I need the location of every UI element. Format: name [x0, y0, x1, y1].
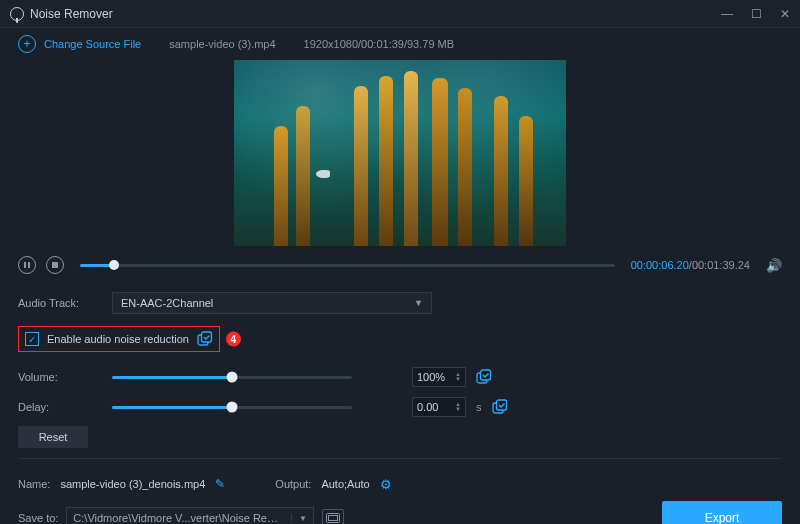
timecode: 00:00:06.20/00:01:39.24: [631, 259, 750, 271]
output-settings-button[interactable]: ⚙: [380, 477, 392, 492]
source-toolbar: + Change Source File sample-video (3).mp…: [0, 28, 800, 60]
app-logo-icon: [10, 7, 24, 21]
svg-rect-3: [481, 370, 491, 380]
svg-rect-7: [329, 516, 338, 521]
volume-slider[interactable]: [112, 376, 352, 379]
pause-button[interactable]: [18, 256, 36, 274]
video-preview[interactable]: [234, 60, 566, 246]
save-path-dropdown[interactable]: ▼: [291, 514, 313, 523]
delay-apply-all-button[interactable]: [492, 399, 508, 415]
apply-all-icon: [492, 399, 508, 415]
noise-reduction-highlight: ✓ Enable audio noise reduction 4: [18, 326, 220, 352]
apply-all-icon: [197, 331, 213, 347]
volume-down[interactable]: ▼: [455, 377, 461, 382]
volume-apply-all-button[interactable]: [476, 369, 492, 385]
apply-all-button[interactable]: [197, 331, 213, 347]
svg-rect-1: [201, 332, 211, 342]
save-to-label: Save to:: [18, 512, 58, 524]
delay-input[interactable]: 0.00 ▲▼: [412, 397, 466, 417]
name-label: Name:: [18, 478, 50, 490]
export-button[interactable]: Export: [662, 501, 782, 524]
delay-slider[interactable]: [112, 406, 352, 409]
volume-input[interactable]: 100% ▲▼: [412, 367, 466, 387]
current-time: 00:00:06.20: [631, 259, 689, 271]
apply-all-icon: [476, 369, 492, 385]
audio-track-value: EN-AAC-2Channel: [121, 297, 213, 309]
volume-value: 100%: [417, 371, 445, 383]
name-value: sample-video (3)_denois.mp4: [60, 478, 205, 490]
delay-down[interactable]: ▼: [455, 407, 461, 412]
transport-bar: 00:00:06.20/00:01:39.24 🔊: [0, 252, 800, 284]
delay-value: 0.00: [417, 401, 438, 413]
output-label: Output:: [275, 478, 311, 490]
save-path-value: C:\Vidmore\Vidmore V...verter\Noise Remo…: [67, 512, 291, 524]
titlebar: Noise Remover — ☐ ✕: [0, 0, 800, 28]
volume-icon[interactable]: 🔊: [766, 258, 782, 273]
audio-track-row: Audio Track: EN-AAC-2Channel ▼: [18, 288, 782, 318]
change-source-label: Change Source File: [44, 38, 141, 50]
source-filename: sample-video (3).mp4: [169, 38, 275, 50]
folder-icon: [326, 513, 340, 523]
stop-button[interactable]: [46, 256, 64, 274]
edit-name-button[interactable]: ✎: [215, 477, 225, 491]
timeline-slider[interactable]: [80, 264, 615, 267]
close-button[interactable]: ✕: [780, 7, 790, 21]
save-path-select[interactable]: C:\Vidmore\Vidmore V...verter\Noise Remo…: [66, 507, 314, 524]
source-meta: 1920x1080/00:01:39/93.79 MB: [304, 38, 454, 50]
output-value: Auto;Auto: [321, 478, 369, 490]
volume-label: Volume:: [18, 371, 102, 383]
maximize-button[interactable]: ☐: [751, 7, 762, 21]
delay-unit: s: [476, 401, 482, 413]
total-time: 00:01:39.24: [692, 259, 750, 271]
plus-icon: +: [18, 35, 36, 53]
delay-label: Delay:: [18, 401, 102, 413]
noise-reduction-label: Enable audio noise reduction: [47, 333, 189, 345]
audio-track-select[interactable]: EN-AAC-2Channel ▼: [112, 292, 432, 314]
callout-badge: 4: [226, 332, 241, 347]
window-title: Noise Remover: [30, 7, 721, 21]
chevron-down-icon: ▼: [414, 298, 423, 308]
audio-track-label: Audio Track:: [18, 297, 102, 309]
open-folder-button[interactable]: [322, 509, 344, 524]
svg-rect-5: [496, 400, 506, 410]
noise-reduction-checkbox[interactable]: ✓: [25, 332, 39, 346]
reset-button[interactable]: Reset: [18, 426, 88, 448]
change-source-button[interactable]: + Change Source File: [18, 35, 141, 53]
minimize-button[interactable]: —: [721, 7, 733, 21]
divider: [18, 458, 782, 459]
